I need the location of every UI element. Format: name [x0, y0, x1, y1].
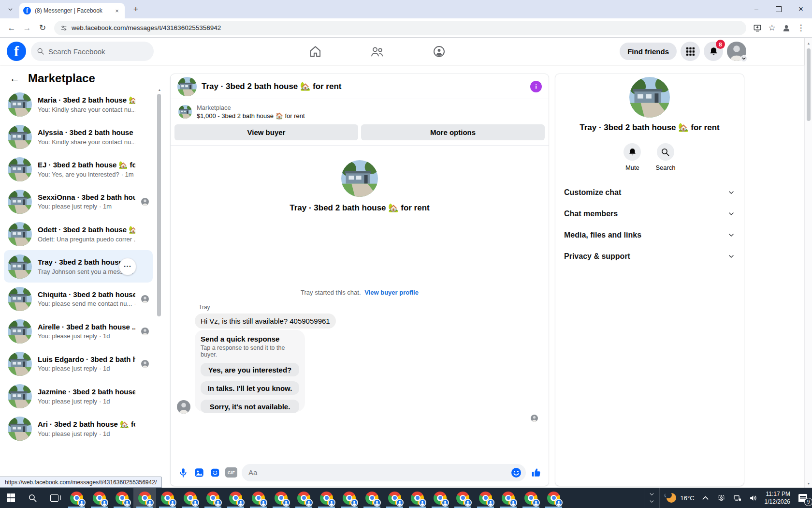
taskbar-chrome-button[interactable] [520, 488, 542, 508]
notifications-button[interactable]: 8 [704, 42, 723, 61]
quick-response-button[interactable]: Sorry, it's not available. [201, 400, 299, 413]
clock-widget[interactable]: 11:17 PM 1/12/2026 [765, 490, 790, 506]
taskbar-chrome-button[interactable] [451, 488, 474, 508]
taskbar-chrome-button[interactable] [315, 488, 338, 508]
taskbar-chrome-button[interactable] [247, 488, 270, 508]
taskbar-chrome-button[interactable] [179, 488, 202, 508]
quick-response-button[interactable]: In talks. I'll let you know. [201, 381, 299, 395]
scroll-up-arrow[interactable] [156, 86, 163, 93]
taskbar-chrome-button[interactable] [270, 488, 292, 508]
sticker-icon[interactable] [209, 467, 221, 478]
scroll-thumb[interactable] [157, 94, 161, 316]
view-buyer-profile-link[interactable]: View buyer profile [364, 289, 419, 296]
reload-button[interactable] [35, 20, 50, 36]
chat-avatar[interactable] [177, 77, 197, 96]
weather-widget[interactable]: 16°C [666, 493, 695, 503]
tray-device-icon[interactable] [717, 493, 726, 503]
facebook-logo[interactable] [7, 42, 26, 61]
friends-icon[interactable] [370, 45, 384, 58]
network-icon[interactable] [733, 493, 742, 503]
tab-close-icon[interactable] [113, 7, 121, 15]
apps-menu-button[interactable] [681, 42, 700, 61]
taskbar-chrome-button[interactable] [156, 488, 179, 508]
page-scrollbar[interactable] [804, 38, 812, 488]
conversation-item[interactable]: Maria · 3bed 2 bath house 🏡 fo... You: K… [4, 88, 153, 120]
more-options-button[interactable]: More options [361, 124, 545, 140]
back-arrow-icon[interactable] [10, 73, 21, 84]
taskbar-chrome-button[interactable] [383, 488, 406, 508]
close-button[interactable] [790, 0, 812, 18]
conversation-item[interactable]: Tray · 3bed 2 bath house 🏡 f... Tray Joh… [4, 250, 153, 283]
maximize-button[interactable] [768, 0, 790, 18]
sidebar-scrollbar[interactable] [156, 65, 162, 488]
quick-response-button[interactable]: Yes, are you interested? [201, 363, 299, 376]
details-menu-item[interactable]: Customize chat [559, 182, 740, 203]
tray-chevron-up-icon[interactable] [701, 493, 710, 503]
conversation-item[interactable]: Jazmine · 3bed 2 bath house 🏡 ... You: p… [4, 380, 153, 412]
scroll-down-arrow[interactable] [805, 480, 812, 487]
bookmark-star-icon[interactable] [765, 21, 779, 35]
taskbar-chrome-button[interactable] [406, 488, 429, 508]
tab-search-button[interactable] [4, 3, 16, 15]
taskbar-chrome-button[interactable] [474, 488, 497, 508]
browser-tab[interactable]: (8) Messenger | Facebook [19, 3, 125, 18]
taskbar-chrome-button[interactable] [65, 488, 88, 508]
voice-clip-icon[interactable] [177, 467, 189, 478]
facebook-search-input[interactable] [48, 47, 148, 56]
details-menu-item[interactable]: Chat members [559, 203, 740, 224]
account-avatar[interactable] [727, 42, 746, 61]
task-view-button[interactable] [44, 488, 65, 508]
conversation-item[interactable]: Airelle · 3bed 2 bath house ... You: ple… [4, 315, 153, 347]
conversation-item[interactable]: Odett · 3bed 2 bath house 🏡 fo... Odett:… [4, 218, 153, 250]
url-input[interactable] [72, 24, 740, 31]
browser-profile-icon[interactable] [779, 21, 794, 35]
conversation-item[interactable]: SexxiOnna · 3bed 2 bath hous... You: ple… [4, 185, 153, 218]
taskbar-chrome-button[interactable] [133, 488, 156, 508]
thumbs-up-icon[interactable] [530, 467, 542, 478]
scroll-thumb[interactable] [807, 48, 811, 121]
scroll-up-arrow[interactable] [805, 40, 812, 46]
attach-image-icon[interactable] [193, 467, 205, 478]
install-app-icon[interactable] [750, 21, 765, 35]
taskbar-chrome-button[interactable] [111, 488, 133, 508]
home-icon[interactable] [308, 45, 322, 58]
conversation-item[interactable]: Luis Edgardo · 3bed 2 bath ho... You: pl… [4, 347, 153, 380]
conversation-item[interactable]: Chiquita · 3bed 2 bath house ... You: pl… [4, 283, 153, 315]
address-bar[interactable] [54, 21, 746, 35]
taskbar-chrome-button[interactable] [88, 488, 111, 508]
taskbar-chrome-button[interactable] [497, 488, 520, 508]
taskbar-chrome-button[interactable] [429, 488, 451, 508]
new-tab-button[interactable] [130, 3, 142, 15]
taskbar-chrome-button[interactable] [202, 488, 224, 508]
minimize-button[interactable] [745, 0, 768, 18]
conversation-item[interactable]: EJ · 3bed 2 bath house 🏡 for rent You: Y… [4, 153, 153, 185]
taskbar-chrome-button[interactable] [542, 488, 565, 508]
conversation-menu-button[interactable] [119, 258, 136, 275]
back-button[interactable] [4, 20, 19, 36]
taskbar-search-button[interactable] [22, 488, 44, 508]
browser-menu-icon[interactable] [794, 21, 808, 35]
start-button[interactable] [0, 488, 22, 508]
search-action[interactable]: Search [655, 143, 675, 171]
facebook-search[interactable] [31, 42, 154, 61]
notification-center-button[interactable]: 9 [797, 492, 809, 504]
taskbar-chrome-button[interactable] [338, 488, 361, 508]
taskbar-chrome-button[interactable] [224, 488, 247, 508]
conversation-item[interactable]: Ari · 3bed 2 bath house 🏡 for r... You: … [4, 412, 153, 445]
site-info-icon[interactable] [60, 24, 68, 32]
groups-icon[interactable] [432, 45, 446, 58]
details-menu-item[interactable]: Privacy & support [559, 246, 740, 267]
forward-button[interactable] [19, 20, 35, 36]
mute-action[interactable]: Mute [624, 143, 641, 171]
emoji-icon[interactable] [510, 467, 522, 478]
find-friends-button[interactable]: Find friends [620, 43, 677, 60]
gif-icon[interactable]: GIF [225, 467, 237, 478]
taskbar-chrome-button[interactable] [361, 488, 383, 508]
view-buyer-button[interactable]: View buyer [174, 124, 358, 140]
details-menu-item[interactable]: Media, files and links [559, 224, 740, 246]
volume-icon[interactable] [749, 493, 758, 503]
conversation-item[interactable]: Alyssia · 3bed 2 bath house 🏡 f... You: … [4, 120, 153, 153]
conversation-info-icon[interactable] [530, 81, 542, 92]
message-input[interactable] [248, 468, 507, 477]
taskbar-overflow-arrows[interactable] [644, 488, 660, 508]
